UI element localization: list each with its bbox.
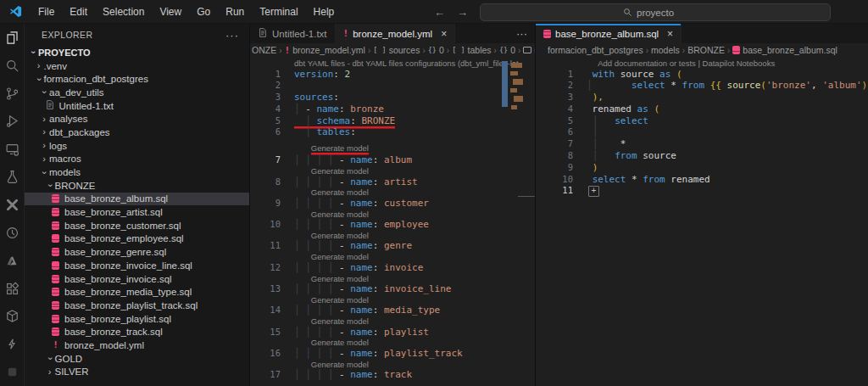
clock-icon[interactable]: [0, 219, 24, 247]
tree-item-base-bronze-genre-sql[interactable]: base_bronze_genre.sql: [25, 245, 249, 259]
tree-item-base-bronze-employee-sql[interactable]: base_bronze_employee.sql: [25, 232, 249, 246]
tab-base-bronze-album-sql[interactable]: base_bronze_album.sql×: [536, 24, 682, 43]
codelens-link[interactable]: Generate model: [255, 210, 535, 220]
more-actions-icon[interactable]: ···: [225, 29, 239, 42]
tree-item-base-bronze-artist-sql[interactable]: base_bronze_artist.sql: [25, 205, 249, 219]
breadcrumb-item[interactable]: {}0: [428, 45, 444, 55]
breadcrumb-item[interactable]: [ ]tables: [452, 45, 491, 55]
tree-item-dbt-packages[interactable]: ›dbt_packages: [25, 126, 249, 139]
code-token: artist: [384, 176, 418, 188]
add-line-icon[interactable]: +: [588, 186, 599, 197]
breadcrumb-item[interactable]: [ ]sources: [373, 45, 420, 55]
tab-bronze-model-yml[interactable]: !bronze_model.yml×: [336, 24, 456, 43]
active-tab-indicator: [536, 24, 681, 25]
codelens-link[interactable]: Generate model: [255, 274, 535, 284]
hidden-partial-icon[interactable]: [0, 358, 24, 386]
tree-item--venv[interactable]: ›.venv: [25, 59, 249, 73]
file-icon-wrap: [50, 261, 61, 270]
tree-item-aa-dev-utils[interactable]: ›aa_dev_utils: [25, 86, 249, 99]
testing-icon[interactable]: [0, 163, 24, 191]
menu-terminal[interactable]: Terminal: [252, 6, 305, 18]
tree-item-base-bronze-album-sql[interactable]: base_bronze_album.sql: [25, 193, 249, 206]
breadcrumb-item[interactable]: ONZE: [252, 45, 276, 55]
tree-item-base-bronze-playlist-track-sql[interactable]: base_bronze_playlist_track.sql: [25, 299, 249, 312]
tree-item-gold[interactable]: ›GOLD: [25, 352, 249, 366]
breadcrumb-item[interactable]: !bronze_model.yml: [285, 45, 365, 56]
editor-actions-icon[interactable]: ···: [509, 24, 535, 43]
codelens-link[interactable]: Generate model: [255, 231, 535, 241]
x-logo-icon[interactable]: [0, 191, 24, 219]
menu-selection[interactable]: Selection: [95, 6, 152, 18]
breadcrumb-item[interactable]: models: [651, 45, 680, 55]
menu-edit[interactable]: Edit: [62, 6, 95, 18]
tree-item-formacion-dbt-postgres[interactable]: ›formacion_dbt_postgres: [25, 72, 249, 86]
minimap[interactable]: [502, 59, 531, 117]
explorer-icon[interactable]: [0, 24, 24, 52]
codelens-link[interactable]: Add documentation or tests | Datapilot N…: [548, 59, 868, 69]
codelens-link[interactable]: Generate model: [255, 252, 535, 262]
breadcrumb-item[interactable]: base_bronze_album.sql: [732, 45, 837, 55]
tree-item-base-bronze-media-type-sql[interactable]: base_bronze_media_type.sql: [25, 285, 249, 299]
code-line-8: 8│ │ │ │ - name: artist: [255, 176, 535, 188]
code-editor[interactable]: Add documentation or tests | Datapilot N…: [536, 57, 868, 386]
menu-help[interactable]: Help: [306, 6, 342, 18]
source-control-icon[interactable]: [0, 80, 24, 108]
azure-icon[interactable]: [0, 247, 24, 275]
lightning-icon[interactable]: [0, 330, 24, 358]
tree-item-bronze[interactable]: ›BRONZE: [25, 179, 249, 193]
codelens-link[interactable]: Generate model: [255, 360, 535, 370]
tree-item-proyecto[interactable]: ›PROYECTO: [25, 46, 249, 59]
tree-item-base-bronze-invoice-sql[interactable]: base_bronze_invoice.sql: [25, 272, 249, 286]
tree-item-base-bronze-track-sql[interactable]: base_bronze_track.sql: [25, 325, 249, 338]
chevron-down-icon: ›: [40, 87, 49, 98]
menu-file[interactable]: File: [31, 6, 62, 18]
package-icon[interactable]: [0, 302, 24, 330]
extensions-icon[interactable]: [0, 275, 24, 303]
code-token: renamed: [665, 174, 710, 186]
forward-icon[interactable]: →: [457, 6, 468, 19]
search-icon[interactable]: [0, 52, 24, 80]
tree-item-macros[interactable]: ›macros: [25, 153, 249, 166]
back-icon[interactable]: ←: [434, 6, 445, 19]
tree-item-silver[interactable]: ›SILVER: [25, 366, 249, 379]
tree-item-label: base_bronze_customer.sql: [64, 221, 181, 231]
minimap-block: [511, 63, 522, 68]
tree-item-base-bronze-playlist-sql[interactable]: base_bronze_playlist.sql: [25, 312, 249, 326]
tree-item-base-bronze-customer-sql[interactable]: base_bronze_customer.sql: [25, 219, 249, 232]
breadcrumb-item[interactable]: formacion_dbt_postgres: [548, 45, 643, 55]
tree-item-bronze-model-yml[interactable]: !bronze_model.yml: [25, 338, 249, 352]
close-icon[interactable]: ×: [441, 28, 447, 40]
tree-item-base-bronze-invoice-line-sql[interactable]: base_bronze_invoice_line.sql: [25, 259, 249, 272]
codelens-link[interactable]: Generate model: [255, 187, 535, 198]
menu-run[interactable]: Run: [218, 6, 252, 18]
code-token: │ │ │ │: [294, 219, 339, 231]
tree-item-untitled-1-txt[interactable]: Untitled-1.txt: [25, 99, 249, 113]
command-center-search[interactable]: [480, 3, 831, 21]
tree-item-analyses[interactable]: ›analyses: [25, 112, 249, 126]
tree-item-models[interactable]: ›models: [25, 165, 249, 179]
codelens-link[interactable]: dbt YAML files - dbt YAML files configur…: [255, 59, 535, 69]
codelens-link[interactable]: Generate model: [255, 316, 535, 327]
close-icon[interactable]: ×: [667, 28, 673, 40]
codelens-link[interactable]: Generate model: [255, 143, 369, 154]
codelens-link[interactable]: Generate model: [255, 295, 535, 305]
tree-item-logs[interactable]: ›logs: [25, 139, 249, 153]
breadcrumb-item[interactable]: BRONZE: [687, 45, 725, 55]
remote-explorer-icon[interactable]: [0, 135, 24, 163]
search-input[interactable]: [637, 8, 687, 18]
chevron-right-icon: ›: [39, 141, 49, 150]
codelens-label: Add documentation or tests | Datapilot N…: [598, 59, 775, 68]
breadcrumb: formacion_dbt_postgres›models›BRONZE›bas…: [536, 43, 868, 57]
run-and-debug-icon[interactable]: [0, 108, 24, 136]
codelens-link[interactable]: Generate model: [255, 338, 535, 348]
code-token: select: [593, 174, 626, 186]
codelens-link[interactable]: Generate model: [255, 166, 535, 176]
code-line-10: 10 select * from renamed: [548, 174, 868, 186]
tab-untitled-1-txt[interactable]: Untitled-1.txt: [250, 24, 336, 43]
breadcrumb-item[interactable]: {}0: [499, 45, 515, 55]
code-editor[interactable]: dbt YAML files - dbt YAML files configur…: [250, 57, 535, 386]
menu-view[interactable]: View: [152, 6, 189, 18]
breadcrumb-item[interactable]: name: [523, 45, 535, 55]
chevron-down-icon: ›: [40, 167, 49, 177]
menu-go[interactable]: Go: [189, 6, 218, 18]
